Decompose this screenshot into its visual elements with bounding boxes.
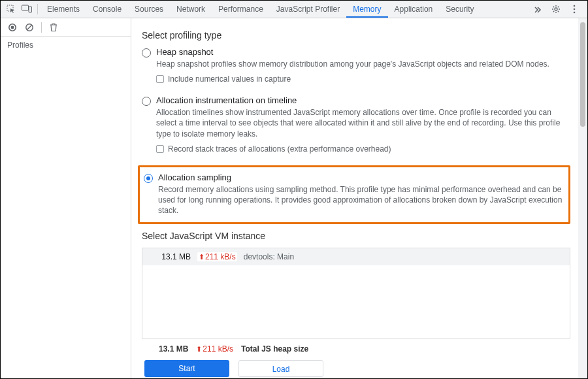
- profiles-toolbar: [1, 18, 131, 37]
- svg-line-10: [27, 25, 32, 30]
- record-icon[interactable]: [7, 22, 18, 33]
- action-buttons: Start Load: [142, 357, 570, 377]
- checkbox-label: Record stack traces of allocations (extr…: [168, 144, 391, 154]
- profiles-heading: Profiles: [1, 37, 131, 54]
- vm-instance-list: 13.1 MB ⬆ 211 kB/s devtools: Main: [142, 248, 570, 339]
- checkbox-record-stack-traces[interactable]: [156, 145, 164, 153]
- summary-rate: ⬆ 211 kB/s: [195, 344, 235, 354]
- vm-name: devtools: Main: [244, 252, 294, 261]
- up-arrow-icon: ⬆: [199, 253, 204, 261]
- svg-rect-2: [29, 7, 32, 12]
- heap-summary: 13.1 MB ⬆ 211 kB/s Total JS heap size: [142, 339, 570, 357]
- vm-instance-title: Select JavaScript VM instance: [142, 231, 570, 241]
- radio-allocation-timeline[interactable]: [142, 97, 151, 106]
- profiling-type-title: Select profiling type: [142, 30, 570, 41]
- tab-memory[interactable]: Memory: [346, 1, 387, 18]
- load-button[interactable]: Load: [238, 360, 323, 377]
- tab-sources[interactable]: Sources: [128, 1, 170, 18]
- tab-console[interactable]: Console: [86, 1, 128, 18]
- summary-memory: 13.1 MB: [159, 344, 188, 354]
- checkbox-label: Include numerical values in capture: [168, 74, 291, 84]
- highlighted-selection: Allocation sampling Record memory alloca…: [138, 165, 570, 225]
- settings-icon[interactable]: [548, 1, 564, 18]
- option-desc: Allocation timelines show instrumented J…: [156, 107, 570, 139]
- vm-memory: 13.1 MB: [150, 252, 191, 261]
- devtools-tab-strip: Elements Console Sources Network Perform…: [1, 1, 587, 18]
- radio-allocation-sampling[interactable]: [144, 174, 153, 183]
- tab-security[interactable]: Security: [439, 1, 480, 18]
- tab-js-profiler[interactable]: JavaScript Profiler: [270, 1, 346, 18]
- option-label: Allocation instrumentation on timeline: [156, 95, 570, 105]
- profiling-option-allocation-sampling[interactable]: Allocation sampling Record memory alloca…: [140, 173, 563, 216]
- start-button[interactable]: Start: [144, 360, 229, 377]
- option-label: Heap snapshot: [156, 47, 570, 57]
- profiling-option-heap-snapshot[interactable]: Heap snapshot Heap snapshot profiles sho…: [142, 47, 570, 91]
- svg-point-3: [555, 8, 557, 10]
- svg-point-4: [574, 5, 576, 7]
- profiling-option-allocation-timeline[interactable]: Allocation instrumentation on timeline A…: [142, 95, 570, 161]
- left-sidebar: Profiles: [1, 18, 131, 378]
- tab-elements[interactable]: Elements: [41, 1, 86, 18]
- summary-label: Total JS heap size: [241, 344, 308, 354]
- option-label: Allocation sampling: [158, 173, 563, 182]
- tab-application[interactable]: Application: [388, 1, 440, 18]
- checkbox-include-numerical[interactable]: [156, 75, 164, 83]
- radio-heap-snapshot[interactable]: [142, 48, 151, 58]
- clear-icon[interactable]: [24, 22, 35, 33]
- device-toggle-icon[interactable]: [19, 1, 35, 18]
- inspect-icon[interactable]: [3, 1, 19, 18]
- tab-network[interactable]: Network: [170, 1, 212, 18]
- vm-rate: ⬆ 211 kB/s: [197, 252, 237, 261]
- scrollbar[interactable]: [578, 18, 587, 378]
- option-desc: Heap snapshot profiles show memory distr…: [156, 59, 570, 69]
- delete-icon[interactable]: [48, 22, 59, 33]
- svg-point-8: [11, 25, 14, 29]
- up-arrow-icon: ⬆: [196, 345, 202, 354]
- more-tabs-icon[interactable]: [530, 1, 546, 18]
- svg-rect-1: [22, 5, 29, 10]
- kebab-menu-icon[interactable]: [566, 1, 582, 18]
- vm-instance-row[interactable]: 13.1 MB ⬆ 211 kB/s devtools: Main: [142, 248, 570, 265]
- tab-performance[interactable]: Performance: [212, 1, 270, 18]
- svg-point-6: [574, 12, 576, 14]
- option-desc: Record memory allocations using sampling…: [158, 184, 563, 216]
- memory-panel: Select profiling type Heap snapshot Heap…: [131, 18, 587, 378]
- svg-point-5: [574, 8, 576, 10]
